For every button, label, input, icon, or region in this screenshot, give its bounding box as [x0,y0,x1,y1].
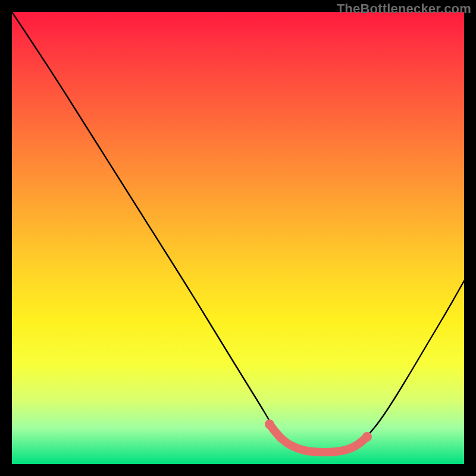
optimal-band-line [270,424,367,452]
chart-frame: TheBottlenecker.com [0,0,476,476]
plot-area [12,12,464,464]
watermark-text: TheBottlenecker.com [337,1,471,17]
optimal-band-end-dot [362,432,372,441]
optimal-band-start-dot [265,419,274,429]
marker-layer [12,12,464,464]
